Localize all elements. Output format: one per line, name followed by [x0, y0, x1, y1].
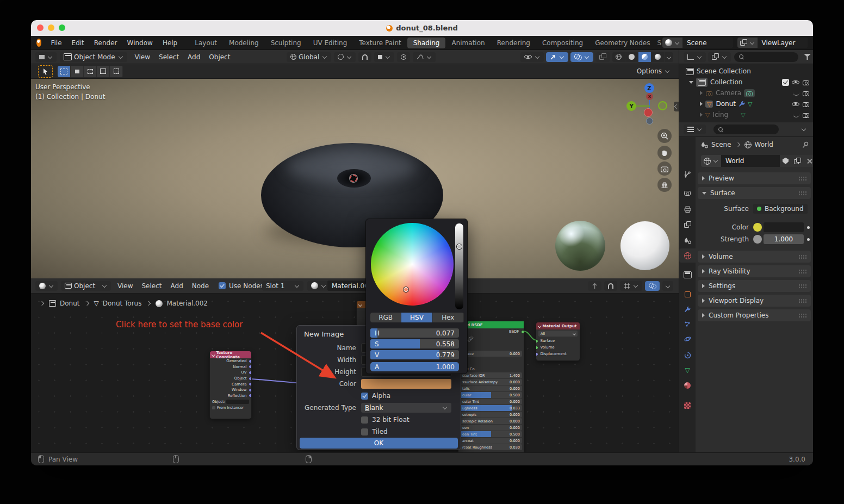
disclosure-closed-icon[interactable] [700, 91, 703, 95]
node-snap-target-dropdown[interactable] [620, 281, 642, 291]
float32-toggle[interactable]: 32-bit Float [361, 416, 409, 424]
texcoord-object-field[interactable]: Object: [210, 399, 251, 405]
tab-material[interactable] [679, 378, 696, 393]
workspace-tab[interactable]: UV Editing [307, 38, 353, 48]
render-visibility-icon[interactable] [802, 79, 810, 86]
node-header[interactable]: pled BSDF [458, 321, 524, 328]
panel-custom-properties[interactable]: Custom Properties [698, 309, 811, 321]
workspace-tab[interactable]: Shading [407, 38, 446, 48]
eye-closed-icon[interactable] [793, 92, 799, 96]
breadcrumb-world[interactable]: World [755, 141, 773, 148]
shader-type-dropdown[interactable]: Object [61, 281, 111, 291]
bsdf-property-row[interactable]: talic 0.000 [460, 385, 522, 391]
disclosure-open-icon[interactable] [689, 81, 693, 84]
tab-output[interactable] [679, 202, 696, 216]
bsdf-property-row[interactable]: ssurface IOR 1.400 [460, 372, 522, 378]
color-wheel-cursor[interactable] [404, 287, 408, 292]
tab-object[interactable] [679, 287, 696, 301]
slot-dropdown[interactable]: Slot 1 [262, 281, 303, 291]
editor-type-button[interactable] [35, 52, 57, 62]
output-socket[interactable] [249, 394, 252, 397]
zoom-button-viewport[interactable] [657, 129, 672, 143]
output-socket[interactable] [249, 371, 252, 375]
menu-item[interactable]: Object [204, 52, 234, 62]
snap-target-dropdown[interactable] [374, 52, 394, 62]
shader-node-canvas[interactable]: Donut ▽ Donut Torus Material.002 Texture… [31, 294, 679, 452]
node-overlays-dropdown[interactable] [662, 281, 673, 291]
generated-type-dropdown[interactable]: Blank [361, 403, 451, 413]
output-socket[interactable] [249, 359, 252, 363]
strength-field[interactable]: 1.000 [764, 234, 804, 244]
breadcrumb-object[interactable]: Donut [60, 300, 80, 307]
shading-material-button[interactable] [638, 52, 651, 62]
tab-physics[interactable] [679, 332, 696, 346]
color-mode-tab[interactable]: RGB [370, 313, 401, 322]
bsdf-property-row[interactable]: sotropic Rotation 0.000 [460, 418, 522, 424]
xray-toggle[interactable] [595, 52, 610, 62]
tab-texture[interactable] [679, 399, 696, 413]
panel-preview[interactable]: Preview [698, 172, 811, 184]
tab-tool[interactable] [679, 167, 696, 181]
tab-collection[interactable] [679, 267, 696, 282]
output-socket[interactable] [249, 377, 252, 381]
select-difference-button[interactable] [97, 66, 110, 77]
value-slider-row[interactable]: V0.779 [370, 350, 459, 359]
drag-dots-icon[interactable] [798, 176, 806, 181]
outliner-row-collection[interactable]: Collection [679, 77, 813, 88]
drag-dots-icon[interactable] [798, 254, 806, 259]
workspace-tab[interactable]: Animation [445, 38, 491, 48]
blender-logo-icon[interactable] [36, 39, 41, 47]
outliner-row-icing[interactable]: ▽ Icing ▽ [679, 109, 813, 120]
scene-name-field[interactable]: Scene [682, 38, 733, 48]
bsdf-property-row[interactable]: arcoat 0.000 [460, 438, 522, 444]
tab-scene[interactable] [679, 233, 696, 247]
menu-item[interactable]: View [131, 52, 154, 62]
zoom-button[interactable] [59, 24, 65, 31]
collection-checkbox[interactable] [782, 79, 789, 86]
workspace-tab[interactable]: Geometry Nodes [589, 38, 656, 48]
world-name-field[interactable]: World [721, 155, 780, 167]
unlink-world-button[interactable] [804, 155, 813, 167]
use-nodes-toggle[interactable]: Use Nodes [219, 282, 264, 290]
bsdf-property-row[interactable]: urface 0.000 [460, 351, 522, 357]
drag-dots-icon[interactable] [798, 269, 806, 274]
render-visibility-icon[interactable] [802, 101, 810, 108]
principled-bsdf-node[interactable]: pled BSDF BSDF [458, 321, 524, 452]
bsdf-property-row[interactable]: ughness 0.833 [460, 405, 522, 411]
close-button[interactable] [37, 24, 44, 31]
cursor-3d[interactable] [350, 175, 357, 182]
panel-surface[interactable]: Surface [698, 187, 811, 199]
color-mode-tab[interactable]: HSV [401, 313, 432, 322]
bsdf-property-row[interactable]: sotropic 0.000 [460, 412, 522, 418]
input-socket[interactable] [536, 339, 538, 343]
select-subtract-button[interactable] [84, 66, 97, 77]
select-intersect-button[interactable] [110, 66, 123, 77]
menu-item[interactable]: File [46, 38, 66, 48]
gizmo-x-neg-ball[interactable] [644, 108, 653, 117]
node-overlays-toggle[interactable] [645, 281, 660, 291]
panel-volume[interactable]: Volume [698, 251, 811, 263]
saturation-slider[interactable]: S0.558 [370, 339, 459, 349]
gizmo-y-ball[interactable]: Y [626, 101, 636, 111]
menu-item[interactable]: Edit [67, 38, 89, 48]
breadcrumb-mesh[interactable]: Donut Torus [103, 300, 142, 307]
new-world-button[interactable] [791, 155, 804, 167]
output-socket[interactable] [249, 382, 252, 386]
menu-item[interactable]: Node [188, 281, 213, 291]
camera-view-button[interactable] [657, 161, 672, 176]
panel-viewport-display[interactable]: Viewport Display [698, 295, 811, 307]
panel-settings[interactable]: Settings [698, 280, 811, 292]
shader-editor-type-button[interactable] [35, 281, 58, 291]
tab-render[interactable] [679, 185, 696, 200]
material-output-node[interactable]: Material Output All Surface Volume [536, 322, 580, 361]
pivot-dropdown[interactable] [334, 52, 356, 62]
options-dropdown[interactable]: Options [637, 67, 670, 75]
bsdf-property-row[interactable]: een Tint 0.500 [460, 431, 522, 437]
go-to-parent-button[interactable] [588, 281, 601, 291]
hue-slider[interactable]: H0.077 [370, 328, 459, 338]
value-slider[interactable] [455, 223, 463, 309]
bsdf-property-row[interactable]: lor [460, 344, 522, 350]
navigation-gizmo[interactable]: Z X Y [624, 83, 675, 128]
tab-modifiers[interactable] [679, 302, 696, 316]
shading-rendered-button[interactable] [651, 52, 665, 62]
